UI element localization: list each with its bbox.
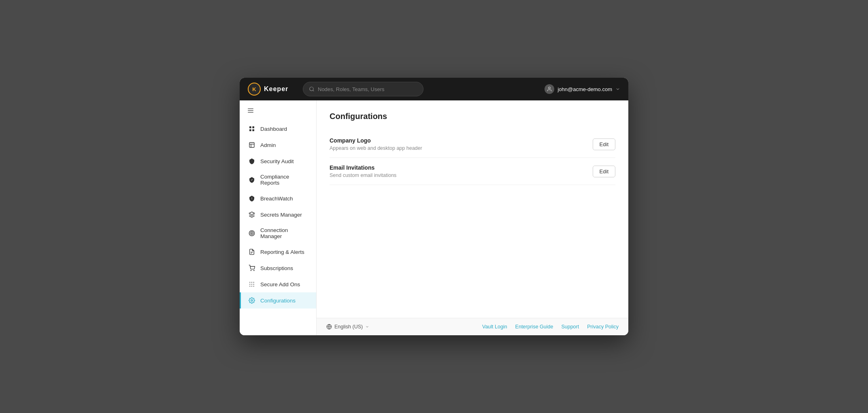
sidebar-item-label: Secrets Manager	[260, 212, 302, 218]
sidebar-item-configurations[interactable]: Configurations	[240, 292, 316, 309]
sidebar-item-label: Security Audit	[260, 158, 294, 164]
svg-rect-12	[249, 143, 254, 147]
svg-point-30	[253, 284, 254, 285]
sidebar-item-label: Dashboard	[260, 126, 287, 132]
reporting-icon	[248, 248, 255, 255]
company-logo-label: Company Logo	[330, 137, 422, 144]
email-invitations-label: Email Invitations	[330, 164, 396, 171]
sidebar-nav: Dashboard Admin	[240, 121, 316, 335]
search-input[interactable]	[318, 86, 417, 92]
sidebar-item-label: Compliance Reports	[260, 174, 309, 186]
account-icon	[547, 86, 552, 92]
app-window: K Keeper john@acme-demo.com	[240, 78, 628, 335]
navbar: K Keeper john@acme-demo.com	[240, 78, 628, 100]
svg-rect-10	[249, 129, 251, 131]
sidebar-item-connection-manager[interactable]: Connection Manager	[240, 223, 316, 244]
sidebar-item-secrets-manager[interactable]: Secrets Manager	[240, 206, 316, 223]
sidebar-item-subscriptions[interactable]: Subscriptions	[240, 260, 316, 276]
search-bar[interactable]	[303, 82, 423, 96]
svg-rect-11	[252, 129, 254, 131]
grid-dots-icon	[249, 281, 255, 287]
hamburger-icon	[247, 107, 254, 114]
vault-login-link[interactable]: Vault Login	[482, 324, 507, 330]
svg-rect-8	[249, 126, 251, 128]
user-email-label: john@acme-demo.com	[557, 86, 612, 92]
svg-point-26	[251, 282, 252, 283]
svg-point-31	[249, 286, 250, 287]
sidebar-item-label: Admin	[260, 142, 276, 148]
svg-point-4	[549, 87, 551, 89]
svg-point-28	[249, 284, 250, 285]
sidebar-item-secure-add-ons[interactable]: Secure Add Ons	[240, 276, 316, 292]
admin-icon	[248, 141, 255, 149]
svg-point-20	[251, 233, 253, 234]
language-chevron-icon	[365, 325, 369, 329]
page-title: Configurations	[330, 112, 615, 121]
svg-line-3	[313, 90, 314, 92]
language-label: English (US)	[334, 324, 363, 330]
sidebar-item-breachwatch[interactable]: BreachWatch	[240, 190, 316, 206]
language-selector[interactable]: English (US)	[326, 324, 369, 330]
layers-icon	[249, 211, 255, 218]
sidebar-item-label: Reporting & Alerts	[260, 249, 304, 255]
user-menu[interactable]: john@acme-demo.com	[545, 84, 620, 94]
keeper-logo-icon: K	[248, 83, 261, 96]
brand-logo[interactable]: K Keeper	[248, 83, 296, 96]
svg-point-2	[310, 87, 313, 91]
svg-point-16	[252, 199, 252, 200]
sidebar-item-compliance-reports[interactable]: Compliance Reports	[240, 169, 316, 190]
connection-manager-icon	[248, 230, 255, 237]
sidebar-item-label: Subscriptions	[260, 265, 293, 271]
chevron-down-icon	[615, 87, 620, 92]
email-invitations-desc: Send custom email invitations	[330, 172, 396, 178]
svg-point-32	[251, 286, 252, 287]
enterprise-guide-link[interactable]: Enterprise Guide	[515, 324, 553, 330]
secure-add-ons-icon	[248, 281, 255, 288]
subscriptions-icon	[248, 264, 255, 272]
breachwatch-icon	[248, 195, 255, 202]
dashboard-icon	[248, 125, 255, 132]
svg-point-27	[253, 282, 254, 283]
shopping-cart-icon	[249, 265, 255, 271]
file-text-icon	[249, 249, 255, 255]
svg-point-29	[251, 284, 252, 285]
sidebar-item-admin[interactable]: Admin	[240, 137, 316, 153]
search-icon	[309, 86, 315, 92]
privacy-policy-link[interactable]: Privacy Policy	[587, 324, 619, 330]
grid-icon	[249, 126, 255, 132]
footer: English (US) Vault Login Enterprise Guid…	[317, 318, 628, 335]
footer-links: Vault Login Enterprise Guide Support Pri…	[482, 324, 619, 330]
sidebar-item-security-audit[interactable]: Security Audit	[240, 153, 316, 169]
svg-point-24	[254, 270, 254, 270]
content-wrapper: Configurations Company Logo Appears on w…	[317, 100, 628, 335]
svg-point-34	[251, 300, 253, 301]
shield-alert-icon	[249, 195, 255, 202]
layout-icon	[249, 142, 255, 148]
svg-rect-9	[252, 126, 254, 128]
svg-point-33	[253, 286, 254, 287]
email-invitations-edit-button[interactable]: Edit	[593, 166, 615, 177]
security-audit-icon	[248, 158, 255, 165]
sidebar-item-label: Configurations	[260, 298, 296, 304]
svg-point-18	[249, 230, 254, 236]
sidebar-item-dashboard[interactable]: Dashboard	[240, 121, 316, 137]
globe-icon	[326, 324, 332, 330]
sidebar-item-label: BreachWatch	[260, 196, 293, 202]
sidebar-item-label: Secure Add Ons	[260, 281, 300, 287]
svg-text:K: K	[252, 86, 256, 92]
compliance-icon	[248, 176, 255, 183]
company-logo-desc: Appears on web and desktop app header	[330, 145, 422, 151]
secrets-manager-icon	[248, 211, 255, 218]
company-logo-edit-button[interactable]: Edit	[593, 138, 615, 150]
gear-icon	[249, 297, 255, 304]
hamburger-menu-button[interactable]	[240, 100, 316, 121]
shield-check-icon	[249, 177, 255, 183]
main-content: Configurations Company Logo Appears on w…	[317, 100, 628, 318]
user-avatar-icon	[545, 84, 554, 94]
support-link[interactable]: Support	[561, 324, 579, 330]
shield-icon	[249, 158, 255, 164]
config-item-email-invitations: Email Invitations Send custom email invi…	[330, 158, 615, 185]
main-layout: Dashboard Admin	[240, 100, 628, 335]
brand-label: Keeper	[264, 85, 288, 93]
sidebar-item-reporting-alerts[interactable]: Reporting & Alerts	[240, 244, 316, 260]
